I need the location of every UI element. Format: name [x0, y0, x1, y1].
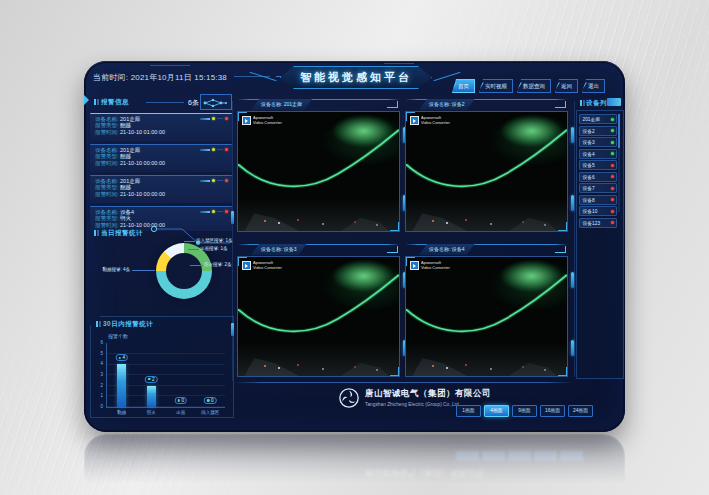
- y-tick-label: 1: [94, 393, 103, 398]
- alarm-device-value: 201走廊: [120, 116, 140, 122]
- alarm-card[interactable]: 设备名称: 201走廊 报警类型: 翻越 报警时间: 21-10-10 01:0…: [90, 113, 232, 141]
- video-panel[interactable]: 设备名称: 设备2 Apowe: [405, 99, 568, 232]
- device-list-item[interactable]: 设备7: [579, 183, 617, 193]
- device-status-dot: [611, 198, 614, 201]
- alarm-device-label: 设备名称:: [95, 147, 119, 153]
- bar-chart-column: 2 明火: [139, 343, 163, 407]
- video-specks: [432, 220, 434, 222]
- screen-split-label: 24画面: [573, 408, 588, 413]
- device-name: 201走廊: [583, 116, 601, 122]
- side-accent-bar: [571, 340, 574, 356]
- device-list-item[interactable]: 设备4: [579, 149, 617, 159]
- indicator-dot-yellow: [212, 148, 215, 151]
- indicator-line: [217, 180, 223, 181]
- screen-split-button[interactable]: 4画面: [484, 405, 509, 417]
- video-name-label: 设备名称:: [429, 101, 450, 107]
- screen-split-button[interactable]: 1画面: [456, 405, 481, 417]
- indicator-line: [200, 149, 210, 151]
- video-feed[interactable]: ApowersoftVideo Converter: [237, 111, 400, 232]
- indicator-line: [217, 118, 223, 119]
- y-tick-label: 6: [94, 340, 103, 345]
- alarm-device-label: 设备名称:: [95, 116, 119, 122]
- bar: [117, 364, 126, 407]
- alarm-device-label: 设备名称:: [95, 178, 119, 184]
- donut-leader-line: [184, 241, 195, 242]
- donut-hole: [166, 253, 202, 289]
- video-panel[interactable]: 设备名称: 设备4 Apowe: [405, 244, 568, 377]
- device-name: 设备4: [583, 151, 595, 157]
- alarm-card[interactable]: 设备名称: 201走廊 报警类型: 翻越 报警时间: 21-10-10 00:0…: [90, 175, 232, 203]
- nav-button[interactable]: 返回: [555, 79, 578, 93]
- video-specks: [264, 365, 266, 367]
- alarm-indicator: [200, 148, 228, 151]
- nav-button[interactable]: 退出: [582, 79, 605, 93]
- monthly-stats-title: 30日内报警统计: [96, 320, 153, 329]
- device-list-item[interactable]: 设备6: [579, 172, 617, 182]
- video-feed[interactable]: ApowersoftVideo Converter: [405, 256, 568, 377]
- screen-split-label: 9画面: [518, 408, 530, 413]
- device-list-item[interactable]: 设备2: [579, 126, 617, 136]
- device-list-item[interactable]: 设备3: [579, 137, 617, 147]
- video-title-tab: 设备名称: 设备4: [419, 244, 475, 255]
- watermark: ApowersoftVideo Converter: [242, 261, 282, 271]
- bar-category-label: 出画: [176, 410, 185, 415]
- nav-button-label: 返回: [561, 83, 572, 89]
- nav-button[interactable]: 实时视频: [479, 79, 513, 93]
- bar-value-badge: 4: [115, 354, 128, 361]
- video-feed[interactable]: ApowersoftVideo Converter: [237, 256, 400, 377]
- device-status-dot: [611, 152, 614, 155]
- video-panel[interactable]: 设备名称: 201走廊 Apo: [237, 99, 400, 232]
- screen-split-button[interactable]: 24画面: [568, 405, 593, 417]
- nav-button[interactable]: 首页: [452, 79, 475, 93]
- alarm-indicator: [200, 117, 228, 120]
- device-list-scrollbar[interactable]: [618, 114, 620, 212]
- nav-button[interactable]: 数据查询: [517, 79, 551, 93]
- alarm-indicator: [200, 179, 228, 182]
- watermark-line2: Video Converter: [421, 266, 450, 271]
- device-list-item[interactable]: 设备123: [579, 218, 617, 228]
- badge-dot: [148, 378, 151, 381]
- donut-leader-line: [132, 270, 155, 271]
- donut-label: 翻越报警: 4条: [88, 267, 130, 272]
- indicator-dot-yellow: [212, 117, 215, 120]
- video-title-tab: 设备名称: 201走廊: [251, 99, 312, 110]
- alarm-card[interactable]: 设备名称: 201走廊 报警类型: 翻越 报警时间: 21-10-10 00:0…: [90, 144, 232, 172]
- device-list: 201走廊 设备2 设备3 设备4: [579, 114, 617, 228]
- y-tick-label: 3: [94, 372, 103, 377]
- panel-reflection: 唐山智诚电气（集团）有限公司: [84, 434, 625, 492]
- desktop-background: 当前时间: 2021年10月11日 15:15:38 智能视觉感知平台 首页 实…: [0, 0, 709, 495]
- company-logo: [338, 387, 360, 409]
- device-list-item[interactable]: 201走廊: [579, 114, 617, 124]
- side-accent-bar: [571, 127, 574, 143]
- device-name: 设备10: [583, 208, 598, 214]
- watermark-icon: [242, 261, 251, 270]
- indicator-line: [200, 118, 210, 120]
- video-panel[interactable]: 设备名称: 设备3 Apowe: [237, 244, 400, 377]
- donut-leader-line: [188, 249, 199, 250]
- video-name-value: 201走廊: [284, 101, 302, 107]
- indicator-line: [217, 149, 223, 150]
- alarm-list: 设备名称: 201走廊 报警类型: 翻越 报警时间: 21-10-10 01:0…: [90, 113, 232, 231]
- alarm-time-label: 报警时间:: [95, 160, 119, 166]
- scrollbar-thumb[interactable]: [618, 114, 620, 148]
- reflection-buttons: [456, 451, 586, 461]
- watermark: ApowersoftVideo Converter: [242, 116, 282, 126]
- monthly-bar-chart: 4 翻越 2 明火 0 出画 0: [106, 343, 225, 408]
- alarm-type-value: 翻越: [120, 153, 131, 159]
- donut-label: 明火报警: 2条: [204, 262, 232, 267]
- device-list-item[interactable]: 设备10: [579, 206, 617, 216]
- nav-button-label: 退出: [588, 83, 599, 89]
- nav-button-label: 首页: [458, 83, 469, 89]
- bar-category-label: 明火: [147, 410, 156, 415]
- donut-label: 出画报警: 1条: [200, 246, 228, 251]
- device-status-dot: [611, 118, 614, 121]
- screen-split-label: 1画面: [462, 408, 474, 413]
- watermark: ApowersoftVideo Converter: [410, 116, 450, 126]
- divider-line: [574, 101, 575, 377]
- screen-split-button[interactable]: 9画面: [512, 405, 537, 417]
- reflection-video: [237, 488, 400, 492]
- device-list-item[interactable]: 设备5: [579, 160, 617, 170]
- video-feed[interactable]: ApowersoftVideo Converter: [405, 111, 568, 232]
- device-list-item[interactable]: 设备8: [579, 195, 617, 205]
- screen-split-button[interactable]: 16画面: [540, 405, 565, 417]
